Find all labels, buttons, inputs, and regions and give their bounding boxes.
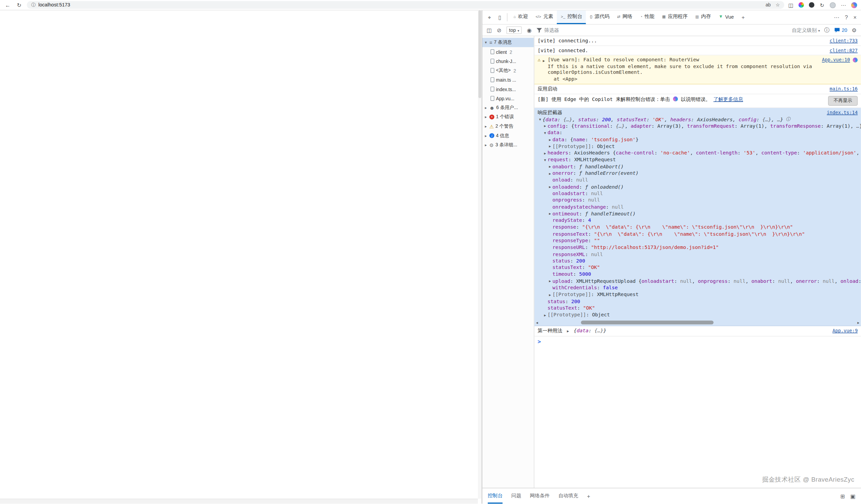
devtools-close-icon[interactable]: × [853,14,856,20]
tab-sources[interactable]: {}源代码 [586,11,613,24]
console-message[interactable]: 应用启动 main.ts:16 [534,84,861,94]
sidebar-filter-info[interactable]: ▸i4 信息 [482,131,534,140]
sidebar-filter-verbose[interactable]: ▸⚙3 条详细... [482,140,534,150]
sidebar-filter-errors[interactable]: ▸×1 个错误 [482,112,534,122]
quickview-tab-2[interactable]: 网络条件 [530,488,550,504]
issues-counter[interactable]: 20 [834,27,847,33]
tree-row[interactable]: response: "{\r\n \"data\": {\r\n \"name\… [534,224,861,231]
learn-more-link[interactable]: 了解更多信息 [713,96,743,101]
tree-row[interactable]: ▶ontimeout: ƒ handleTimeout() [534,210,861,217]
tab-performance[interactable]: ◔性能 [636,11,658,24]
history-icon[interactable]: ↻ [819,2,825,8]
tree-row[interactable]: statusText: "OK" [534,264,861,271]
tree-row[interactable]: onreadystatechange: null [534,204,861,210]
favorites-star-icon[interactable]: ☆ [776,2,780,8]
toggle-icon[interactable]: ▶ [547,292,552,296]
sidebar-file-item[interactable]: <其他>2 [482,66,534,75]
tree-row[interactable]: ▼{data: {…}, status: 200, statusText: 'O… [534,116,861,123]
dock-layout-icon[interactable]: ⊞ [840,493,845,499]
console-warning[interactable]: ⚠ ▶ [Vue warn]: Failed to resolve compon… [534,55,861,84]
log-levels-dropdown[interactable]: 自定义级别 ▾ [792,26,820,33]
tree-row[interactable]: ▶onloadend: ƒ onloadend() [534,183,861,190]
scroll-left-icon[interactable]: ◀ [536,321,538,324]
back-button[interactable]: ← [4,2,12,8]
tree-row[interactable]: statusText: "OK" [534,304,861,311]
toggle-icon[interactable]: ▶ [547,165,552,168]
tree-row[interactable]: ▶onerror: ƒ handleError(event) [534,170,861,176]
scroll-right-icon[interactable]: ▶ [857,321,859,324]
console-settings-info-icon[interactable]: ⓘ [824,26,830,34]
scrollbar-thumb[interactable] [479,11,481,98]
quickview-tab-3[interactable]: 自动填充 [559,488,578,504]
tree-row[interactable]: onloadstart: null [534,190,861,197]
tree-row[interactable]: status: 200 [534,257,861,264]
tree-row[interactable]: ▶data: {name: 'tsconfig.json'} [534,136,861,143]
tab-application[interactable]: ▦应用程序 [658,11,691,24]
console-message[interactable]: [vite] connected. client:827 [534,46,861,55]
console-horizontal-scrollbar[interactable]: ◀ ▶ [534,319,861,326]
toggle-icon[interactable]: ▶ [547,172,552,175]
devtools-menu-icon[interactable]: ⋯ [834,14,839,20]
sidebar-file-item[interactable]: index.ts... [482,84,534,94]
tree-row[interactable]: ▶[[Prototype]]: Object [534,143,861,150]
page-vertical-scrollbar[interactable] [478,11,482,499]
tree-row[interactable]: readyState: 4 [534,217,861,224]
tree-row[interactable]: responseURL: "http://localhost:5173/json… [534,244,861,251]
tab-vue[interactable]: ▼Vue [715,11,738,24]
refresh-button[interactable]: ↻ [15,2,23,8]
sidebar-filter-all-messages[interactable]: ▾ ≡ 7 条消息 [482,38,534,47]
toggle-icon[interactable]: ▶ [543,124,548,128]
extension-dark-icon[interactable] [809,2,814,8]
console-message[interactable]: 第一种用法 ▶ {data: {…}} App.vue:9 [534,326,861,336]
toggle-icon[interactable]: ▼ [543,131,548,135]
copilot-explain-icon[interactable] [853,57,858,62]
toggle-icon[interactable]: ▶ [547,212,552,215]
tree-row[interactable]: ▶upload: XMLHttpRequestUpload {onloadsta… [534,278,861,285]
tree-row[interactable]: ▶[[Prototype]]: XMLHttpRequest [534,291,861,298]
source-link[interactable]: App.vue:10 [822,57,850,63]
source-link[interactable]: main.ts:16 [824,86,858,92]
filter-input[interactable] [544,27,605,33]
scrollbar-thumb[interactable] [580,321,713,324]
copilot-icon[interactable] [851,2,857,8]
browser-menu-icon[interactable]: ⋯ [841,2,846,8]
toggle-icon[interactable]: ▶ [547,279,552,283]
quickview-tab-0[interactable]: 控制台 [488,488,503,504]
device-emulation-icon[interactable]: ▯ [495,14,505,20]
toggle-icon[interactable]: ▶ [543,151,548,155]
tree-row[interactable]: responseType: "" [534,237,861,244]
site-info-icon[interactable]: ⓘ [31,2,36,8]
dismiss-button[interactable]: 不再显示 [828,96,858,105]
chevron-down-icon[interactable]: ▾ [484,40,488,45]
tab-console[interactable]: >_控制台 [557,11,586,24]
sidebar-file-item[interactable]: main.ts ... [482,75,534,85]
tree-row[interactable]: onload: null [534,176,861,183]
selected-console-message[interactable]: 响应拦截器 index.ts:14 ▼{data: {…}, status: 2… [534,108,861,326]
source-link[interactable]: App.vue:9 [827,328,858,333]
extension-color-icon[interactable] [798,2,804,8]
sidebar-filter-warnings[interactable]: ▸⚠2 个警告 [482,122,534,131]
tree-row[interactable]: ▶onabort: ƒ handleAbort() [534,163,861,170]
tree-row[interactable]: responseText: "{\r\n \"data\": {\r\n \"n… [534,230,861,237]
add-drawer-tab-icon[interactable]: + [587,493,590,499]
toggle-icon[interactable]: ▼ [543,158,548,162]
source-link[interactable]: client:827 [824,47,858,53]
split-screen-icon[interactable]: ◫ [788,2,794,8]
sidebar-file-item[interactable]: App.vu... [482,94,534,103]
clear-console-icon[interactable]: ⊘ [497,27,502,33]
expand-drawer-icon[interactable]: ▣ [850,493,855,499]
settings-gear-icon[interactable]: ⚙ [851,27,857,33]
devtools-help-icon[interactable]: ? [845,14,848,20]
source-link[interactable]: client:733 [824,38,858,44]
expand-toggle-icon[interactable]: ▶ [567,329,569,333]
sidebar-file-item[interactable]: client2 [482,47,534,57]
tab-memory[interactable]: ▥内存 [692,11,715,24]
context-selector[interactable]: top ▾ [506,26,522,34]
more-tools-button[interactable]: + [738,14,748,20]
tree-row[interactable]: ▶headers: AxiosHeaders {cache-control: '… [534,150,861,156]
tree-row[interactable]: onprogress: null [534,197,861,204]
expand-toggle-icon[interactable]: ▶ [543,58,545,64]
sidebar-filter-user-messages[interactable]: ▸☻6 条用户... [482,103,534,112]
tree-row[interactable]: withCredentials: false [534,285,861,291]
live-expression-eye-icon[interactable]: ◉ [527,27,532,33]
